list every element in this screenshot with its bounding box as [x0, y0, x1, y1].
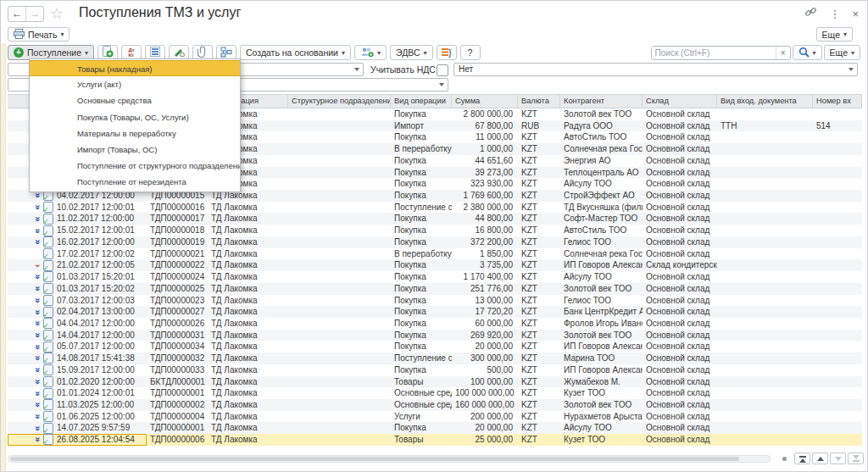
- link-icon[interactable]: [804, 6, 817, 21]
- column-header-dt[interactable]: Вид вход. документа: [717, 95, 813, 108]
- cell-cur: KZT: [518, 387, 560, 399]
- go-to-bottom-button[interactable]: [848, 453, 864, 464]
- export-button[interactable]: }: [437, 45, 457, 60]
- table-row[interactable]: »04.04.2017 12:00:00ТДП00000026ТД Лакомк…: [8, 318, 862, 330]
- column-header-cur[interactable]: Валюта: [518, 95, 560, 108]
- table-row[interactable]: »11.03.2025 12:00:00ТДП00000002ТД Лакомк…: [8, 399, 862, 411]
- cell-wh: Основной склад: [643, 202, 717, 214]
- cell-struct: [288, 167, 391, 179]
- cell-contr: Золотой век ТОО: [560, 108, 643, 120]
- date-text: 14.07.2025 9:57:59: [57, 422, 130, 434]
- menu-item[interactable]: Покупка (Товары, ОС, Услуги): [30, 109, 240, 125]
- document-icon: [43, 318, 53, 329]
- cell-sum: 160 000 000,00: [452, 399, 518, 411]
- cell-wh: Основной склад: [643, 341, 717, 353]
- cell-sum: 323 930,00: [452, 178, 518, 190]
- table-row[interactable]: »01.06.2025 12:00:00ТДП00000004ТД Лакомк…: [8, 411, 862, 423]
- cell-cur: KZT: [518, 318, 560, 330]
- document-icon: [43, 388, 53, 399]
- menu-item[interactable]: Услуги (акт): [30, 76, 240, 92]
- kebab-menu-icon[interactable]: ⋮: [829, 8, 840, 20]
- clear-search-icon[interactable]: ×: [776, 47, 790, 59]
- cell-cur: KZT: [518, 236, 560, 248]
- help-button[interactable]: ?: [460, 45, 481, 60]
- go-up-button[interactable]: [812, 453, 828, 464]
- table-row[interactable]: »14.04.2017 12:00:00ТДП00000031ТД Лакомк…: [8, 330, 862, 342]
- table-row[interactable]: »14.07.2025 9:57:59ТДП00000001ТД Лакомка…: [8, 422, 862, 434]
- go-to-top-button[interactable]: [794, 453, 810, 464]
- table-row[interactable]: 17.02.2017 12:00:02ТДП00000021ТД Лакомка…: [8, 248, 862, 260]
- menu-item[interactable]: Товары (накладная): [30, 60, 240, 76]
- table-row[interactable]: »02.04.2017 13:00:00ТДП00000027ТД Лакомк…: [8, 306, 862, 318]
- search-input[interactable]: [652, 47, 776, 58]
- menu-item[interactable]: Основные средства: [30, 92, 240, 108]
- cell-wh: Основной склад: [643, 167, 717, 179]
- back-button[interactable]: ←: [8, 7, 26, 21]
- cell-op: Импорт: [391, 120, 452, 132]
- horizontal-scrollbar[interactable]: [8, 455, 771, 463]
- cell-date: »15.02.2017 12:00:01: [8, 225, 147, 236]
- table-row[interactable]: »15.09.2017 12:00:00ТДП00000033ТД Лакомк…: [8, 364, 862, 376]
- cell-org: ТД Лакомка: [208, 411, 288, 423]
- status-posted-icon: »: [33, 399, 42, 411]
- print-button[interactable]: Печать ▾: [8, 27, 70, 42]
- cell-contr: Жумабеков М.: [560, 376, 643, 388]
- cell-org: ТД Лакомка: [208, 353, 288, 364]
- cell-contr: Айсулу ТОО: [560, 422, 643, 434]
- table-row[interactable]: »14.08.2017 15:41:38ТДП00000032ТД Лакомк…: [8, 353, 862, 364]
- counterparty-check-button[interactable]: ▾: [354, 45, 387, 60]
- cell-op: Покупка: [391, 283, 452, 295]
- go-down-button[interactable]: [830, 453, 846, 464]
- edvs-button[interactable]: ЭДВС ▾: [390, 45, 433, 60]
- cell-wh: Основной склад: [643, 271, 717, 283]
- table-row[interactable]: »16.02.2017 12:00:00ТДП00000019ТД Лакомк…: [8, 236, 862, 248]
- status-marked-icon: ›: [33, 259, 42, 271]
- cell-dt: [717, 306, 813, 318]
- column-header-sum[interactable]: Сумма: [452, 95, 518, 108]
- table-row[interactable]: ›21.02.2017 12:00:05ТДП00000022ТД Лакомк…: [8, 259, 862, 271]
- table-row[interactable]: »01.03.2017 15:20:02ТДП00000025ТД Лакомк…: [8, 283, 862, 295]
- table-row[interactable]: »10.02.2017 12:00:01ТДП00000016ТД Лакомк…: [8, 202, 862, 214]
- cell-dn: [813, 411, 862, 423]
- favorite-star-icon[interactable]: ☆: [50, 4, 64, 23]
- cell-contr: СтройЭффект АО: [560, 190, 643, 202]
- forward-button[interactable]: →: [26, 7, 43, 21]
- cell-num: ТДП00000034: [147, 341, 208, 353]
- search-button[interactable]: ▾: [793, 45, 822, 60]
- column-header-wh[interactable]: Склад: [643, 95, 717, 108]
- vat-value-combo[interactable]: Нет: [453, 63, 858, 76]
- column-header-contr[interactable]: Контрагент: [560, 95, 643, 108]
- scrollbar-thumb[interactable]: [10, 457, 739, 461]
- table-row[interactable]: »15.02.2017 12:00:01ТДП00000018ТД Лакомк…: [8, 225, 862, 236]
- list-more-button[interactable]: Еще ▾: [824, 45, 860, 60]
- table-row[interactable]: »05.07.2017 12:00:00ТДП00000034ТД Лакомк…: [8, 341, 862, 353]
- cell-contr: ИП Говоров Алексан..: [560, 259, 643, 271]
- cell-sum: 372 200,00: [452, 236, 518, 248]
- menu-item[interactable]: Поступление от нерезидента: [30, 174, 240, 190]
- menu-item[interactable]: Импорт (Товары, ОС): [30, 142, 240, 158]
- cell-cur: KZT: [518, 131, 560, 143]
- table-row[interactable]: »07.03.2017 12:00:03ТДП00000023ТД Лакомк…: [8, 295, 862, 307]
- scrollbar-splitter-dot[interactable]: [782, 457, 787, 461]
- menu-item[interactable]: Поступление от структурного подразделени…: [30, 158, 240, 174]
- table-row[interactable]: »11.02.2017 12:00:00ТДП00000017ТД Лакомк…: [8, 213, 862, 225]
- cell-date: »11.02.2017 12:00:00: [8, 213, 147, 225]
- close-icon[interactable]: ×: [852, 8, 859, 20]
- search-icon: [798, 47, 810, 59]
- menu-item[interactable]: Материалы в переработку: [30, 125, 240, 142]
- create-based-button[interactable]: Создать на основании ▾: [240, 45, 351, 60]
- column-header-dn[interactable]: Номер вх: [813, 95, 862, 108]
- table-row[interactable]: »01.01.2024 12:00:01ТДП00000001ТД Лакомк…: [8, 387, 862, 399]
- cell-contr: Теплоцентраль АО: [560, 167, 643, 179]
- vat-checkbox[interactable]: [437, 64, 448, 76]
- table-row[interactable]: »01.03.2017 15:20:01ТДП00000024ТД Лакомк…: [8, 271, 862, 283]
- cell-contr: Золотой век ТОО: [560, 399, 643, 411]
- table-row[interactable]: »26.08.2025 12:04:54ТДП00000006ТД Лакомк…: [8, 434, 862, 446]
- table-row[interactable]: »01.02.2020 12:00:00БКТДЛ000001ТД Лакомк…: [8, 376, 862, 388]
- form-more-button[interactable]: Еще ▾: [816, 27, 853, 42]
- column-header-op[interactable]: Вид операции: [391, 95, 452, 108]
- column-header-struct[interactable]: Структурное подразделение: [288, 95, 391, 108]
- cell-op: Покупка: [391, 341, 452, 353]
- cell-org: ТД Лакомка: [208, 225, 288, 236]
- cell-contr: Радуга ООО: [560, 120, 643, 132]
